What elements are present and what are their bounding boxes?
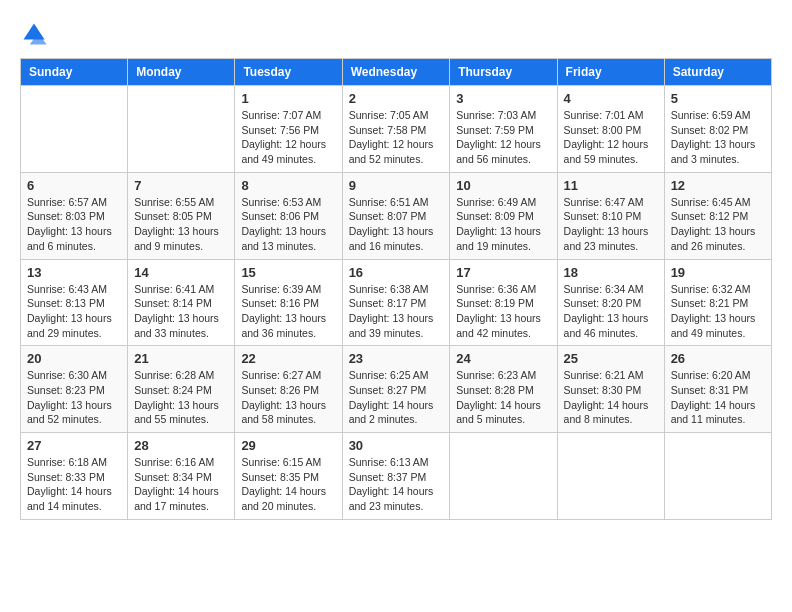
day-info: Sunrise: 6:23 AM Sunset: 8:28 PM Dayligh… — [456, 368, 550, 427]
calendar-cell: 5Sunrise: 6:59 AM Sunset: 8:02 PM Daylig… — [664, 86, 771, 173]
day-number: 15 — [241, 265, 335, 280]
day-number: 5 — [671, 91, 765, 106]
day-number: 9 — [349, 178, 444, 193]
day-info: Sunrise: 6:30 AM Sunset: 8:23 PM Dayligh… — [27, 368, 121, 427]
calendar-cell: 1Sunrise: 7:07 AM Sunset: 7:56 PM Daylig… — [235, 86, 342, 173]
day-info: Sunrise: 6:55 AM Sunset: 8:05 PM Dayligh… — [134, 195, 228, 254]
calendar-weekday-sunday: Sunday — [21, 59, 128, 86]
day-info: Sunrise: 6:28 AM Sunset: 8:24 PM Dayligh… — [134, 368, 228, 427]
calendar-cell: 29Sunrise: 6:15 AM Sunset: 8:35 PM Dayli… — [235, 433, 342, 520]
calendar-cell — [21, 86, 128, 173]
day-number: 14 — [134, 265, 228, 280]
calendar-cell: 27Sunrise: 6:18 AM Sunset: 8:33 PM Dayli… — [21, 433, 128, 520]
day-info: Sunrise: 6:13 AM Sunset: 8:37 PM Dayligh… — [349, 455, 444, 514]
calendar-cell: 23Sunrise: 6:25 AM Sunset: 8:27 PM Dayli… — [342, 346, 450, 433]
calendar-cell: 25Sunrise: 6:21 AM Sunset: 8:30 PM Dayli… — [557, 346, 664, 433]
calendar-cell: 21Sunrise: 6:28 AM Sunset: 8:24 PM Dayli… — [128, 346, 235, 433]
calendar-weekday-thursday: Thursday — [450, 59, 557, 86]
day-info: Sunrise: 6:57 AM Sunset: 8:03 PM Dayligh… — [27, 195, 121, 254]
day-info: Sunrise: 7:03 AM Sunset: 7:59 PM Dayligh… — [456, 108, 550, 167]
calendar-cell: 13Sunrise: 6:43 AM Sunset: 8:13 PM Dayli… — [21, 259, 128, 346]
calendar-cell: 20Sunrise: 6:30 AM Sunset: 8:23 PM Dayli… — [21, 346, 128, 433]
calendar-header-row: SundayMondayTuesdayWednesdayThursdayFrid… — [21, 59, 772, 86]
calendar-cell: 2Sunrise: 7:05 AM Sunset: 7:58 PM Daylig… — [342, 86, 450, 173]
day-number: 21 — [134, 351, 228, 366]
day-number: 1 — [241, 91, 335, 106]
day-info: Sunrise: 6:38 AM Sunset: 8:17 PM Dayligh… — [349, 282, 444, 341]
day-info: Sunrise: 6:15 AM Sunset: 8:35 PM Dayligh… — [241, 455, 335, 514]
calendar-cell: 22Sunrise: 6:27 AM Sunset: 8:26 PM Dayli… — [235, 346, 342, 433]
day-number: 16 — [349, 265, 444, 280]
day-number: 27 — [27, 438, 121, 453]
calendar-weekday-friday: Friday — [557, 59, 664, 86]
day-info: Sunrise: 6:27 AM Sunset: 8:26 PM Dayligh… — [241, 368, 335, 427]
day-number: 18 — [564, 265, 658, 280]
day-number: 13 — [27, 265, 121, 280]
calendar-cell: 18Sunrise: 6:34 AM Sunset: 8:20 PM Dayli… — [557, 259, 664, 346]
day-number: 22 — [241, 351, 335, 366]
day-number: 23 — [349, 351, 444, 366]
calendar-week-row: 27Sunrise: 6:18 AM Sunset: 8:33 PM Dayli… — [21, 433, 772, 520]
day-info: Sunrise: 6:53 AM Sunset: 8:06 PM Dayligh… — [241, 195, 335, 254]
day-info: Sunrise: 7:07 AM Sunset: 7:56 PM Dayligh… — [241, 108, 335, 167]
calendar-cell: 12Sunrise: 6:45 AM Sunset: 8:12 PM Dayli… — [664, 172, 771, 259]
day-info: Sunrise: 6:36 AM Sunset: 8:19 PM Dayligh… — [456, 282, 550, 341]
day-number: 4 — [564, 91, 658, 106]
day-number: 17 — [456, 265, 550, 280]
day-number: 29 — [241, 438, 335, 453]
day-number: 24 — [456, 351, 550, 366]
day-info: Sunrise: 7:01 AM Sunset: 8:00 PM Dayligh… — [564, 108, 658, 167]
day-number: 8 — [241, 178, 335, 193]
calendar-body: 1Sunrise: 7:07 AM Sunset: 7:56 PM Daylig… — [21, 86, 772, 520]
calendar-week-row: 6Sunrise: 6:57 AM Sunset: 8:03 PM Daylig… — [21, 172, 772, 259]
day-info: Sunrise: 6:45 AM Sunset: 8:12 PM Dayligh… — [671, 195, 765, 254]
day-number: 26 — [671, 351, 765, 366]
calendar-week-row: 13Sunrise: 6:43 AM Sunset: 8:13 PM Dayli… — [21, 259, 772, 346]
day-number: 19 — [671, 265, 765, 280]
day-info: Sunrise: 7:05 AM Sunset: 7:58 PM Dayligh… — [349, 108, 444, 167]
day-number: 7 — [134, 178, 228, 193]
day-info: Sunrise: 6:43 AM Sunset: 8:13 PM Dayligh… — [27, 282, 121, 341]
calendar-cell: 3Sunrise: 7:03 AM Sunset: 7:59 PM Daylig… — [450, 86, 557, 173]
calendar-cell: 19Sunrise: 6:32 AM Sunset: 8:21 PM Dayli… — [664, 259, 771, 346]
day-info: Sunrise: 6:25 AM Sunset: 8:27 PM Dayligh… — [349, 368, 444, 427]
day-number: 2 — [349, 91, 444, 106]
calendar-cell: 4Sunrise: 7:01 AM Sunset: 8:00 PM Daylig… — [557, 86, 664, 173]
day-info: Sunrise: 6:20 AM Sunset: 8:31 PM Dayligh… — [671, 368, 765, 427]
calendar-cell: 9Sunrise: 6:51 AM Sunset: 8:07 PM Daylig… — [342, 172, 450, 259]
day-info: Sunrise: 6:49 AM Sunset: 8:09 PM Dayligh… — [456, 195, 550, 254]
day-info: Sunrise: 6:16 AM Sunset: 8:34 PM Dayligh… — [134, 455, 228, 514]
day-number: 6 — [27, 178, 121, 193]
calendar-cell: 14Sunrise: 6:41 AM Sunset: 8:14 PM Dayli… — [128, 259, 235, 346]
day-number: 11 — [564, 178, 658, 193]
day-number: 10 — [456, 178, 550, 193]
calendar-table: SundayMondayTuesdayWednesdayThursdayFrid… — [20, 58, 772, 520]
calendar-cell: 16Sunrise: 6:38 AM Sunset: 8:17 PM Dayli… — [342, 259, 450, 346]
calendar-cell: 6Sunrise: 6:57 AM Sunset: 8:03 PM Daylig… — [21, 172, 128, 259]
day-info: Sunrise: 6:47 AM Sunset: 8:10 PM Dayligh… — [564, 195, 658, 254]
calendar-weekday-saturday: Saturday — [664, 59, 771, 86]
day-number: 20 — [27, 351, 121, 366]
day-number: 12 — [671, 178, 765, 193]
day-number: 30 — [349, 438, 444, 453]
page-header — [20, 20, 772, 48]
calendar-week-row: 1Sunrise: 7:07 AM Sunset: 7:56 PM Daylig… — [21, 86, 772, 173]
day-number: 25 — [564, 351, 658, 366]
calendar-cell — [664, 433, 771, 520]
calendar-cell: 28Sunrise: 6:16 AM Sunset: 8:34 PM Dayli… — [128, 433, 235, 520]
day-number: 3 — [456, 91, 550, 106]
calendar-cell: 10Sunrise: 6:49 AM Sunset: 8:09 PM Dayli… — [450, 172, 557, 259]
calendar-cell: 15Sunrise: 6:39 AM Sunset: 8:16 PM Dayli… — [235, 259, 342, 346]
calendar-cell: 30Sunrise: 6:13 AM Sunset: 8:37 PM Dayli… — [342, 433, 450, 520]
calendar-cell — [450, 433, 557, 520]
day-info: Sunrise: 6:32 AM Sunset: 8:21 PM Dayligh… — [671, 282, 765, 341]
calendar-cell: 24Sunrise: 6:23 AM Sunset: 8:28 PM Dayli… — [450, 346, 557, 433]
logo — [20, 20, 52, 48]
calendar-week-row: 20Sunrise: 6:30 AM Sunset: 8:23 PM Dayli… — [21, 346, 772, 433]
logo-icon — [20, 20, 48, 48]
calendar-cell: 8Sunrise: 6:53 AM Sunset: 8:06 PM Daylig… — [235, 172, 342, 259]
day-info: Sunrise: 6:39 AM Sunset: 8:16 PM Dayligh… — [241, 282, 335, 341]
day-info: Sunrise: 6:51 AM Sunset: 8:07 PM Dayligh… — [349, 195, 444, 254]
calendar-cell: 11Sunrise: 6:47 AM Sunset: 8:10 PM Dayli… — [557, 172, 664, 259]
day-info: Sunrise: 6:41 AM Sunset: 8:14 PM Dayligh… — [134, 282, 228, 341]
